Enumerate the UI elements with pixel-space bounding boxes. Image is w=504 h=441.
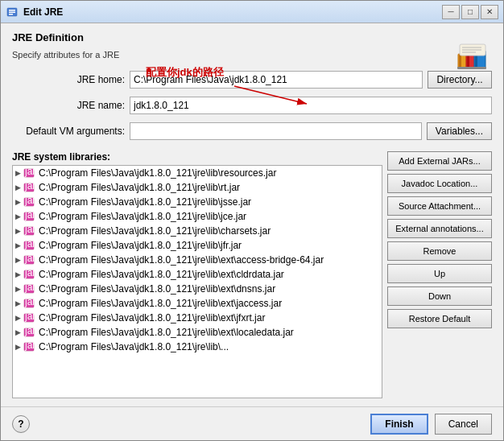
section-subtitle: Specify attributes for a JRE [12,50,492,60]
jar-icon: jar [23,268,35,281]
svg-text:jar: jar [24,269,35,278]
lib-path: C:\Program Files\Java\jdk1.8.0_121\jre\l… [39,182,240,193]
remove-button[interactable]: Remove [387,241,492,261]
jre-name-label: JRE name: [12,100,125,111]
jre-name-input[interactable] [130,97,492,114]
jar-icon: jar [23,282,35,295]
list-item[interactable]: ▶ jar C:\Program Files\Java\jdk1.8.0_121… [13,282,382,296]
jar-icon: jar [23,326,35,339]
lib-path: C:\Program Files\Java\jdk1.8.0_121\jre\l… [39,254,324,266]
vm-args-input[interactable] [130,122,422,140]
jar-icon: jar [23,311,35,324]
lib-path: C:\Program Files\Java\jdk1.8.0_121\jre\l… [39,240,242,251]
svg-rect-2 [9,11,15,13]
close-button[interactable]: ✕ [481,5,498,19]
lib-path: C:\Program Files\Java\jdk1.8.0_121\jre\l… [39,298,282,309]
list-item[interactable]: ▶ jar C:\Program Files\Java\jdk1.8.0_121… [13,325,382,340]
svg-text:jar: jar [24,283,35,293]
svg-text:jar: jar [24,240,35,249]
finish-button[interactable]: Finish [370,414,428,435]
jar-icon: jar [23,297,35,310]
libraries-label: JRE system libraries: [12,151,382,163]
window-controls: ─ □ ✕ [442,5,498,19]
add-external-jars-button[interactable]: Add External JARs... [387,151,492,171]
titlebar-icon [6,6,19,19]
help-button[interactable]: ? [12,415,30,433]
directory-button[interactable]: Directory... [428,71,492,89]
vm-args-row: Default VM arguments: Variables... [12,122,492,140]
javadoc-location-button[interactable]: Javadoc Location... [387,174,492,193]
svg-text:jar: jar [24,167,35,177]
restore-default-button[interactable]: Restore Default [387,309,492,328]
jar-icon: jar [23,225,35,237]
titlebar: Edit JRE ─ □ ✕ [1,1,503,23]
svg-text:jar: jar [24,298,35,307]
external-annotations-button[interactable]: External annotations... [387,219,492,238]
window-title: Edit JRE [23,6,442,18]
expand-arrow: ▶ [15,299,21,307]
svg-rect-3 [9,14,13,15]
main-window: Edit JRE ─ □ ✕ [0,0,504,441]
maximize-button[interactable]: □ [461,5,479,19]
cancel-button[interactable]: Cancel [435,414,492,435]
libraries-list[interactable]: ▶ jar C:\Program Files\Java\jdk1.8.0_121… [12,165,382,398]
minimize-button[interactable]: ─ [442,5,460,19]
down-button[interactable]: Down [387,286,492,306]
expand-arrow: ▶ [15,285,21,293]
vm-args-label: Default VM arguments: [12,126,125,137]
svg-text:jar: jar [24,196,35,206]
up-button[interactable]: Up [387,264,492,283]
list-item[interactable]: ▶ jar C:\Program Files\Java\jdk1.8.0_121… [13,267,382,282]
expand-arrow: ▶ [15,256,21,264]
libraries-list-section: JRE system libraries: ▶ jar C:\Program F… [12,151,382,398]
svg-text:jar: jar [24,211,35,220]
lib-path: C:\Program Files\Java\jdk1.8.0_121\jre\l… [39,312,265,324]
jar-icon: jar [23,239,35,252]
jar-icon: jar [23,196,35,208]
lib-path: C:\Program Files\Java\jdk1.8.0_121\jre\l… [39,341,229,352]
svg-text:jar: jar [24,225,35,235]
list-item[interactable]: ▶ jar C:\Program Files\Java\jdk1.8.0_121… [13,224,382,238]
svg-text:jar: jar [24,312,35,322]
list-item[interactable]: ▶ jar C:\Program Files\Java\jdk1.8.0_121… [13,209,382,224]
jre-name-row: JRE name: [12,97,492,114]
expand-arrow: ▶ [15,183,21,192]
lib-path: C:\Program Files\Java\jdk1.8.0_121\jre\l… [39,167,276,179]
svg-text:jar: jar [24,341,35,351]
expand-arrow: ▶ [15,314,21,322]
list-item[interactable]: ▶ jar C:\Program Files\Java\jdk1.8.0_121… [13,166,382,180]
list-item[interactable]: ▶ jar C:\Program Files\Java\jdk1.8.0_121… [13,180,382,195]
list-item[interactable]: ▶ jar C:\Program Files\Java\jdk1.8.0_121… [13,253,382,267]
expand-arrow: ▶ [15,241,21,249]
jar-icon: jar [23,181,35,194]
lib-path: C:\Program Files\Java\jdk1.8.0_121\jre\l… [39,196,251,208]
lib-path: C:\Program Files\Java\jdk1.8.0_121\jre\l… [39,211,246,222]
list-item[interactable]: ▶ jar C:\Program Files\Java\jdk1.8.0_121… [13,238,382,253]
expand-arrow: ▶ [15,328,21,336]
jar-icon: jar [23,340,35,353]
section-title: JRE Definition [12,31,492,43]
lib-path: C:\Program Files\Java\jdk1.8.0_121\jre\l… [39,283,275,295]
source-attachment-button[interactable]: Source Attachment... [387,196,492,216]
svg-rect-5 [459,55,461,68]
lib-path: C:\Program Files\Java\jdk1.8.0_121\jre\l… [39,225,271,237]
jar-icon: jar [23,253,35,266]
expand-arrow: ▶ [15,169,21,177]
list-item[interactable]: ▶ jar C:\Program Files\Java\jdk1.8.0_121… [13,195,382,209]
list-item[interactable]: ▶ jar C:\Program Files\Java\jdk1.8.0_121… [13,311,382,325]
dialog-content: JRE Definition Specify attributes for a … [1,23,503,406]
list-item[interactable]: ▶ jar C:\Program Files\Java\jdk1.8.0_121… [13,340,382,354]
svg-rect-1 [9,10,15,11]
expand-arrow: ▶ [15,227,21,235]
dialog-footer: ? Finish Cancel [1,406,503,440]
variables-button[interactable]: Variables... [427,122,492,140]
lib-path: C:\Program Files\Java\jdk1.8.0_121\jre\l… [39,327,294,338]
jre-home-label: JRE home: [12,74,125,85]
jre-home-input[interactable] [130,71,423,89]
expand-arrow: ▶ [15,343,21,351]
jre-home-row: JRE home: Directory... [12,71,492,89]
books-icon [453,31,492,70]
expand-arrow: ▶ [15,270,21,278]
list-item[interactable]: ▶ jar C:\Program Files\Java\jdk1.8.0_121… [13,296,382,311]
svg-text:jar: jar [24,182,35,192]
